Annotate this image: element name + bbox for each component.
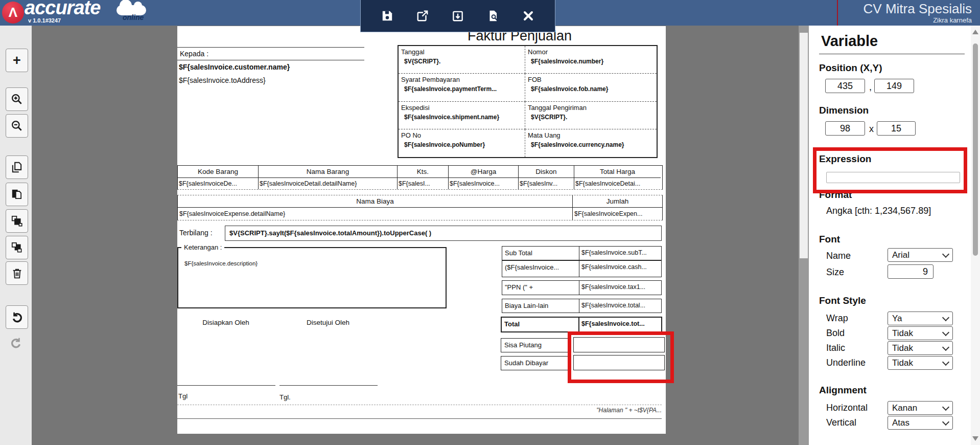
preview-button[interactable] — [484, 7, 502, 25]
info-cell[interactable]: Nomor$F{salesInvoice.number} — [525, 46, 657, 74]
expense-field[interactable]: $F{salesInvoiceExpen... — [573, 208, 662, 220]
info-cell[interactable]: Tanggal$V{SCRIPT}. — [399, 46, 525, 74]
terbilang-field[interactable]: $V{SCRIPT}.sayIt($F{salesInvoice.totalAm… — [225, 226, 662, 241]
zoom-in-icon — [10, 93, 24, 106]
info-cell[interactable]: Syarat Pembayaran$F{salesInvoice.payment… — [399, 74, 525, 101]
panel-scrollbar[interactable] — [971, 26, 980, 445]
page-footer-rule — [177, 418, 662, 419]
keterangan-box[interactable]: Keterangan : $F{salesInvoice.description… — [177, 247, 447, 308]
logo-letter: Λ — [9, 5, 17, 20]
company-name: CV Mitra Spesialis — [864, 1, 972, 16]
address-field[interactable]: $F{salesInvoice.toAddress} — [179, 76, 266, 84]
horizontal-align-select[interactable]: Kanan — [888, 401, 953, 415]
keterangan-field[interactable]: $F{salesInvoice.description} — [184, 260, 258, 266]
items-field[interactable]: $F{salesInvoice... — [449, 178, 519, 189]
delete-button[interactable] — [6, 261, 28, 285]
undo-button[interactable] — [6, 305, 28, 329]
format-value[interactable]: Angka [cth: 1,234,567.89] — [826, 206, 931, 216]
scroll-down-icon[interactable] — [972, 436, 978, 441]
expense-field[interactable]: $F{salesInvoiceExpense.detailName} — [178, 208, 573, 220]
font-style-label: Font Style — [819, 295, 866, 306]
panel-scrollbar-thumb[interactable] — [973, 43, 978, 256]
dimension-width-input[interactable] — [825, 121, 865, 136]
expense-header: Jumlah — [573, 195, 662, 208]
info-cell[interactable]: Ekspedisi$F{salesInvoice.shipment.name} — [399, 102, 525, 129]
other-cost-row[interactable]: Biaya Lain-lain $F{salesInvoice.total... — [502, 299, 662, 313]
redo-button[interactable] — [6, 331, 27, 354]
items-field[interactable]: $F{salesInv... — [519, 178, 574, 189]
customer-field[interactable]: $F{salesInvoice.customer.name} — [179, 63, 290, 71]
wrap-label: Wrap — [826, 313, 848, 324]
info-cell[interactable]: Mata Uang$F{salesInvoice.currency.name} — [525, 129, 657, 157]
export-icon — [416, 9, 429, 23]
scroll-up-icon[interactable] — [972, 30, 978, 34]
kepada-bottom-rule — [177, 60, 364, 60]
canvas-scrollbar[interactable] — [799, 26, 809, 445]
tgl-label: Tgl. — [279, 393, 291, 401]
company-block: CV Mitra Spesialis Zikra karnefa — [864, 1, 972, 24]
bring-to-front-icon — [10, 214, 24, 228]
save-button[interactable] — [379, 7, 396, 25]
brand-cloud-word: online — [123, 13, 144, 21]
zoom-in-button[interactable] — [6, 87, 28, 111]
ppn-row[interactable]: "PPN (" + $F{salesInvoice.tax1... — [502, 280, 662, 295]
position-y-input[interactable] — [874, 79, 914, 93]
designer-sidebar: + — [0, 26, 32, 445]
redo-icon — [10, 336, 23, 349]
position-x-input[interactable] — [825, 79, 865, 93]
close-button[interactable] — [520, 7, 537, 25]
page-number-field[interactable]: "Halaman " + ~t$V{PA... — [596, 407, 662, 414]
items-field[interactable]: $F{salesI... — [398, 178, 449, 189]
signature-line — [279, 385, 378, 386]
items-header: @Harga — [449, 166, 519, 178]
canvas-scrollbar-thumb[interactable] — [800, 33, 808, 258]
info-cell[interactable]: Tanggal Pengiriman$V{SCRIPT}. — [525, 102, 657, 129]
bold-select[interactable]: Tidak — [888, 326, 953, 340]
panel-title-rule — [819, 54, 965, 54]
save-icon — [381, 9, 394, 23]
items-field[interactable]: $F{salesInvoiceDe... — [178, 178, 259, 189]
subtotal-row[interactable]: Sub Total $F{salesInvoice.subT... — [502, 246, 662, 260]
bring-to-front-button[interactable] — [6, 209, 28, 233]
underline-label: Underline — [826, 358, 866, 368]
items-header: Diskon — [519, 166, 574, 178]
copy-button[interactable] — [6, 155, 28, 179]
send-to-back-button[interactable] — [6, 236, 28, 259]
report-page[interactable]: Faktur Penjualan Kepada : $F{salesInvoic… — [177, 26, 666, 434]
zoom-out-button[interactable] — [6, 114, 28, 138]
download-button[interactable] — [449, 7, 466, 25]
page-band-divider — [177, 405, 662, 405]
vertical-align-select[interactable]: Atas — [888, 416, 953, 430]
wrap-select[interactable]: Ya — [888, 312, 953, 325]
items-header: Kode Barang — [178, 166, 259, 178]
add-element-button[interactable]: + — [6, 49, 28, 72]
paste-button[interactable] — [6, 183, 28, 206]
tgl-label: Tgl — [178, 392, 188, 400]
grand-total-row[interactable]: Total $F{salesInvoice.tot... — [501, 317, 662, 332]
approved-by-label: Disetujui Oleh — [287, 319, 369, 326]
items-header: Total Harga — [574, 166, 661, 178]
items-header: Kts. — [398, 166, 449, 178]
italic-label: Italic — [826, 343, 845, 353]
position-label: Position (X,Y) — [819, 62, 882, 74]
font-size-input[interactable] — [888, 264, 934, 279]
chevron-down-icon — [942, 418, 949, 425]
vertical-label: Vertical — [826, 417, 856, 428]
dimension-height-input[interactable] — [877, 121, 916, 136]
info-cell[interactable]: FOB$F{salesInvoice.fob.name} — [525, 74, 657, 101]
design-canvas[interactable]: Faktur Penjualan Kepada : $F{salesInvoic… — [32, 26, 799, 445]
items-field[interactable]: $F{salesInvoiceDetail.detailName} — [259, 178, 398, 189]
chevron-down-icon — [942, 250, 949, 257]
export-button[interactable] — [414, 7, 431, 25]
underline-select[interactable]: Tidak — [888, 356, 953, 370]
keterangan-label: Keterangan : — [181, 243, 224, 251]
items-field[interactable]: $F{salesInvoiceDetai... — [574, 178, 661, 189]
info-cell[interactable]: PO No$F{salesInvoice.poNumber} — [399, 129, 525, 157]
cash-discount-row[interactable]: ($F{salesInvoice... $F{salesInvoice.cash… — [502, 260, 662, 277]
trash-icon — [11, 267, 24, 280]
font-name-select[interactable]: Arial — [888, 248, 953, 262]
dimension-label: Dimension — [819, 105, 869, 116]
italic-select[interactable]: Tidak — [888, 341, 953, 355]
dimension-separator: x — [869, 124, 874, 135]
signature-line — [177, 385, 275, 386]
